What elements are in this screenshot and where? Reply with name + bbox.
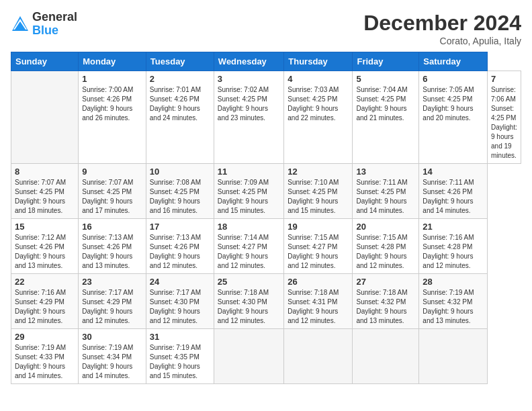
day-number: 22 [15, 277, 75, 287]
calendar-body: 1Sunrise: 7:00 AMSunset: 4:26 PMDaylight… [11, 71, 521, 384]
day-info: Sunrise: 7:11 AMSunset: 4:25 PMDaylight:… [356, 178, 415, 216]
calendar-cell: 16Sunrise: 7:13 AMSunset: 4:26 PMDayligh… [79, 219, 146, 274]
day-number: 28 [423, 277, 484, 287]
day-number: 20 [356, 222, 415, 232]
page-header: General Blue December 2024 Corato, Apuli… [11, 11, 521, 46]
day-number: 17 [150, 222, 210, 232]
day-number: 4 [287, 74, 349, 84]
day-info: Sunrise: 7:14 AMSunset: 4:27 PMDaylight:… [218, 233, 280, 271]
day-number: 2 [150, 74, 210, 84]
day-info: Sunrise: 7:12 AMSunset: 4:26 PMDaylight:… [15, 233, 75, 271]
day-number: 14 [423, 167, 484, 177]
calendar-header-row: SundayMondayTuesdayWednesdayThursdayFrid… [11, 52, 521, 71]
column-header-sunday: Sunday [11, 52, 79, 71]
day-number: 6 [423, 74, 484, 84]
day-number: 11 [218, 167, 280, 177]
day-info: Sunrise: 7:10 AMSunset: 4:25 PMDaylight:… [287, 178, 349, 216]
calendar-week-4: 29Sunrise: 7:19 AMSunset: 4:33 PMDayligh… [11, 329, 521, 384]
calendar-week-1: 8Sunrise: 7:07 AMSunset: 4:25 PMDaylight… [11, 164, 521, 219]
day-info: Sunrise: 7:19 AMSunset: 4:33 PMDaylight:… [15, 343, 75, 381]
calendar-cell: 26Sunrise: 7:18 AMSunset: 4:31 PMDayligh… [284, 274, 353, 329]
calendar-table: SundayMondayTuesdayWednesdayThursdayFrid… [11, 52, 521, 384]
day-number: 9 [82, 167, 142, 177]
calendar-cell: 31Sunrise: 7:19 AMSunset: 4:35 PMDayligh… [146, 329, 214, 384]
calendar-cell: 25Sunrise: 7:18 AMSunset: 4:30 PMDayligh… [214, 274, 283, 329]
calendar-cell: 4Sunrise: 7:03 AMSunset: 4:25 PMDaylight… [284, 71, 353, 164]
day-info: Sunrise: 7:17 AMSunset: 4:29 PMDaylight:… [82, 288, 142, 326]
calendar-cell: 7Sunrise: 7:06 AMSunset: 4:25 PMDaylight… [488, 71, 521, 164]
day-number: 25 [218, 277, 280, 287]
calendar-cell: 6Sunrise: 7:05 AMSunset: 4:25 PMDaylight… [419, 71, 488, 164]
day-info: Sunrise: 7:13 AMSunset: 4:26 PMDaylight:… [82, 233, 142, 271]
logo: General Blue [11, 11, 77, 38]
day-info: Sunrise: 7:11 AMSunset: 4:26 PMDaylight:… [423, 178, 484, 216]
day-info: Sunrise: 7:16 AMSunset: 4:28 PMDaylight:… [423, 233, 484, 271]
calendar-week-3: 22Sunrise: 7:16 AMSunset: 4:29 PMDayligh… [11, 274, 521, 329]
column-header-wednesday: Wednesday [214, 52, 283, 71]
day-info: Sunrise: 7:07 AMSunset: 4:25 PMDaylight:… [15, 178, 75, 216]
day-number: 13 [356, 167, 415, 177]
day-number: 8 [15, 167, 75, 177]
day-info: Sunrise: 7:09 AMSunset: 4:25 PMDaylight:… [218, 178, 280, 216]
calendar-cell: 29Sunrise: 7:19 AMSunset: 4:33 PMDayligh… [11, 329, 79, 384]
day-info: Sunrise: 7:06 AMSunset: 4:25 PMDaylight:… [491, 85, 517, 161]
column-header-thursday: Thursday [284, 52, 353, 71]
logo-general-text: General [32, 11, 77, 24]
day-number: 21 [423, 222, 484, 232]
day-info: Sunrise: 7:19 AMSunset: 4:35 PMDaylight:… [150, 343, 210, 381]
day-info: Sunrise: 7:16 AMSunset: 4:29 PMDaylight:… [15, 288, 75, 326]
calendar-cell [419, 329, 488, 384]
day-info: Sunrise: 7:19 AMSunset: 4:34 PMDaylight:… [82, 343, 142, 381]
column-header-tuesday: Tuesday [146, 52, 214, 71]
calendar-cell: 22Sunrise: 7:16 AMSunset: 4:29 PMDayligh… [11, 274, 79, 329]
calendar-cell: 24Sunrise: 7:17 AMSunset: 4:30 PMDayligh… [146, 274, 214, 329]
day-number: 24 [150, 277, 210, 287]
day-number: 16 [82, 222, 142, 232]
day-number: 3 [218, 74, 280, 84]
calendar-cell: 2Sunrise: 7:01 AMSunset: 4:26 PMDaylight… [146, 71, 214, 164]
day-number: 5 [356, 74, 415, 84]
day-number: 18 [218, 222, 280, 232]
day-info: Sunrise: 7:02 AMSunset: 4:25 PMDaylight:… [218, 85, 280, 123]
day-info: Sunrise: 7:01 AMSunset: 4:26 PMDaylight:… [150, 85, 210, 123]
day-number: 31 [150, 332, 210, 342]
day-info: Sunrise: 7:04 AMSunset: 4:25 PMDaylight:… [356, 85, 415, 123]
calendar-cell: 18Sunrise: 7:14 AMSunset: 4:27 PMDayligh… [214, 219, 283, 274]
calendar-cell: 9Sunrise: 7:07 AMSunset: 4:25 PMDaylight… [79, 164, 146, 219]
calendar-cell: 30Sunrise: 7:19 AMSunset: 4:34 PMDayligh… [79, 329, 146, 384]
day-info: Sunrise: 7:13 AMSunset: 4:26 PMDaylight:… [150, 233, 210, 271]
day-number: 27 [356, 277, 415, 287]
day-info: Sunrise: 7:15 AMSunset: 4:28 PMDaylight:… [356, 233, 415, 271]
day-info: Sunrise: 7:15 AMSunset: 4:27 PMDaylight:… [287, 233, 349, 271]
logo-icon [11, 15, 30, 34]
calendar-cell [214, 329, 283, 384]
day-info: Sunrise: 7:18 AMSunset: 4:30 PMDaylight:… [218, 288, 280, 326]
day-number: 15 [15, 222, 75, 232]
calendar-cell [284, 329, 353, 384]
calendar-cell: 17Sunrise: 7:13 AMSunset: 4:26 PMDayligh… [146, 219, 214, 274]
day-info: Sunrise: 7:00 AMSunset: 4:26 PMDaylight:… [82, 85, 142, 123]
logo-blue-text: Blue [32, 24, 77, 38]
calendar-cell: 1Sunrise: 7:00 AMSunset: 4:26 PMDaylight… [79, 71, 146, 164]
calendar-cell: 8Sunrise: 7:07 AMSunset: 4:25 PMDaylight… [11, 164, 79, 219]
day-info: Sunrise: 7:05 AMSunset: 4:25 PMDaylight:… [423, 85, 484, 123]
day-info: Sunrise: 7:18 AMSunset: 4:32 PMDaylight:… [356, 288, 415, 326]
calendar-cell: 20Sunrise: 7:15 AMSunset: 4:28 PMDayligh… [353, 219, 419, 274]
day-number: 1 [82, 74, 142, 84]
calendar-cell: 19Sunrise: 7:15 AMSunset: 4:27 PMDayligh… [284, 219, 353, 274]
column-header-monday: Monday [79, 52, 146, 71]
calendar-cell [11, 71, 79, 164]
calendar-week-2: 15Sunrise: 7:12 AMSunset: 4:26 PMDayligh… [11, 219, 521, 274]
calendar-cell: 13Sunrise: 7:11 AMSunset: 4:25 PMDayligh… [353, 164, 419, 219]
day-number: 19 [287, 222, 349, 232]
day-info: Sunrise: 7:08 AMSunset: 4:25 PMDaylight:… [150, 178, 210, 216]
calendar-cell: 5Sunrise: 7:04 AMSunset: 4:25 PMDaylight… [353, 71, 419, 164]
day-number: 26 [287, 277, 349, 287]
calendar-cell: 23Sunrise: 7:17 AMSunset: 4:29 PMDayligh… [79, 274, 146, 329]
location: Corato, Apulia, Italy [363, 36, 521, 46]
day-number: 12 [287, 167, 349, 177]
column-header-saturday: Saturday [419, 52, 488, 71]
month-title: December 2024 [363, 11, 521, 36]
day-number: 23 [82, 277, 142, 287]
calendar-cell: 28Sunrise: 7:19 AMSunset: 4:32 PMDayligh… [419, 274, 488, 329]
